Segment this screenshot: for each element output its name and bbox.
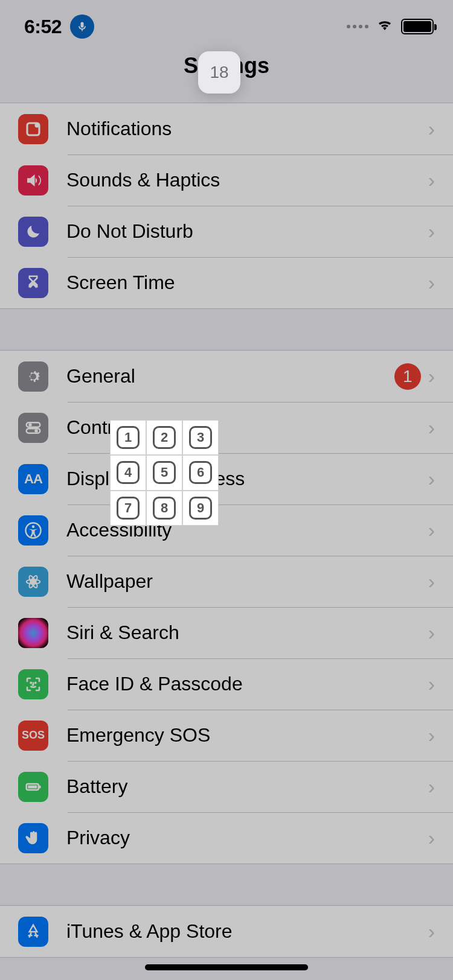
- vc-grid-cell-7[interactable]: 7: [110, 491, 146, 526]
- vc-grid-cell-2[interactable]: 2: [146, 420, 182, 455]
- accessibility-icon: [18, 515, 48, 546]
- row-label: Privacy: [66, 827, 421, 849]
- row-label: General: [66, 365, 394, 387]
- clock: 6:52: [24, 16, 62, 38]
- microphone-indicator-icon: [70, 14, 94, 39]
- settings-group-1: Notifications › Sounds & Haptics › Do No…: [0, 103, 453, 309]
- chevron-right-icon: ›: [428, 364, 435, 388]
- chevron-right-icon: ›: [428, 672, 435, 696]
- speaker-icon: [18, 165, 48, 196]
- appstore-icon: [18, 917, 48, 947]
- vc-grid-number: 5: [153, 461, 176, 484]
- settings-screen: 6:52 Settings Notifications ›: [0, 0, 453, 980]
- svg-rect-4: [27, 428, 40, 433]
- chevron-right-icon: ›: [428, 621, 435, 644]
- vc-grid-cell-6[interactable]: 6: [182, 455, 219, 490]
- settings-group-2: General 1 › Control Center › AA Display …: [0, 350, 453, 864]
- row-privacy[interactable]: Privacy ›: [0, 812, 453, 864]
- vc-grid-number: 2: [153, 426, 176, 449]
- cellular-dots-icon: [347, 25, 368, 28]
- svg-point-5: [34, 429, 38, 433]
- row-label: Do Not Disturb: [66, 220, 421, 243]
- row-emergency-sos[interactable]: SOS Emergency SOS ›: [0, 710, 453, 761]
- svg-rect-16: [28, 785, 37, 788]
- row-label: Screen Time: [66, 272, 421, 294]
- row-label: Face ID & Passcode: [66, 673, 421, 695]
- siri-icon: [18, 618, 48, 648]
- battery-icon: [401, 19, 434, 34]
- row-control-center[interactable]: Control Center ›: [0, 402, 453, 453]
- wifi-icon: [374, 18, 395, 35]
- hourglass-icon: [18, 268, 48, 298]
- row-general[interactable]: General 1 ›: [0, 351, 453, 402]
- row-label: Emergency SOS: [66, 724, 421, 746]
- row-battery[interactable]: Battery ›: [0, 761, 453, 812]
- svg-rect-2: [27, 422, 40, 427]
- row-sounds-haptics[interactable]: Sounds & Haptics ›: [0, 154, 453, 206]
- sos-icon: SOS: [18, 721, 48, 751]
- row-label: Wallpaper: [66, 570, 421, 593]
- vc-grid-number: 6: [189, 461, 212, 484]
- battery-icon: [18, 772, 48, 802]
- chevron-right-icon: ›: [428, 467, 435, 491]
- chevron-right-icon: ›: [428, 570, 435, 593]
- vc-grid-cell-3[interactable]: 3: [182, 420, 219, 455]
- voice-control-item-badge[interactable]: 18: [198, 51, 240, 94]
- row-do-not-disturb[interactable]: Do Not Disturb ›: [0, 206, 453, 257]
- chevron-right-icon: ›: [428, 518, 435, 542]
- moon-icon: [18, 217, 48, 247]
- gear-icon: [18, 361, 48, 392]
- row-screen-time[interactable]: Screen Time ›: [0, 257, 453, 308]
- row-label: Battery: [66, 775, 421, 798]
- switches-icon: [18, 413, 48, 443]
- row-notifications[interactable]: Notifications ›: [0, 103, 453, 154]
- vc-grid-number: 9: [189, 497, 212, 520]
- chevron-right-icon: ›: [428, 724, 435, 747]
- home-indicator[interactable]: [145, 964, 308, 970]
- chevron-right-icon: ›: [428, 920, 435, 943]
- svg-point-3: [28, 423, 32, 427]
- vc-grid-number: 4: [117, 461, 140, 484]
- sos-text: SOS: [22, 729, 45, 742]
- status-right: [347, 18, 434, 35]
- vc-grid-cell-4[interactable]: 4: [110, 455, 146, 490]
- vc-grid-number: 7: [117, 497, 140, 520]
- svg-point-7: [32, 525, 35, 528]
- chevron-right-icon: ›: [428, 826, 435, 850]
- row-faceid-passcode[interactable]: Face ID & Passcode ›: [0, 658, 453, 710]
- row-itunes-appstore[interactable]: iTunes & App Store ›: [0, 906, 453, 957]
- svg-rect-15: [39, 785, 41, 788]
- row-wallpaper[interactable]: Wallpaper ›: [0, 556, 453, 607]
- chevron-right-icon: ›: [428, 117, 435, 141]
- row-label: Notifications: [66, 118, 421, 140]
- vc-grid-cell-1[interactable]: 1: [110, 420, 146, 455]
- row-accessibility[interactable]: Accessibility ›: [0, 504, 453, 556]
- vc-grid-number: 1: [117, 426, 140, 449]
- chevron-right-icon: ›: [428, 168, 435, 192]
- vc-grid-cell-8[interactable]: 8: [146, 491, 182, 526]
- notifications-icon: [18, 114, 48, 144]
- vc-grid-cell-9[interactable]: 9: [182, 491, 219, 526]
- voice-control-grid[interactable]: 1 2 3 4 5 6 7 8 9: [110, 420, 219, 526]
- vc-grid-cell-5[interactable]: 5: [146, 455, 182, 490]
- vc-grid-number: 3: [189, 426, 212, 449]
- settings-group-3: iTunes & App Store ›: [0, 905, 453, 958]
- row-siri-search[interactable]: Siri & Search ›: [0, 607, 453, 658]
- vc-grid-number: 8: [153, 497, 176, 520]
- update-badge: 1: [394, 363, 421, 390]
- row-label: iTunes & App Store: [66, 920, 421, 943]
- chevron-right-icon: ›: [428, 416, 435, 439]
- row-display-brightness[interactable]: AA Display & Brightness ›: [0, 453, 453, 504]
- faceid-icon: [18, 669, 48, 699]
- chevron-right-icon: ›: [428, 775, 435, 798]
- hand-icon: [18, 823, 48, 853]
- row-label: Siri & Search: [66, 622, 421, 644]
- svg-point-1: [35, 123, 40, 128]
- text-size-icon: AA: [18, 464, 48, 494]
- status-left: 6:52: [24, 14, 94, 39]
- svg-point-12: [31, 682, 32, 683]
- row-label: Sounds & Haptics: [66, 169, 421, 191]
- chevron-right-icon: ›: [428, 220, 435, 243]
- chevron-right-icon: ›: [428, 271, 435, 294]
- svg-point-13: [35, 682, 36, 683]
